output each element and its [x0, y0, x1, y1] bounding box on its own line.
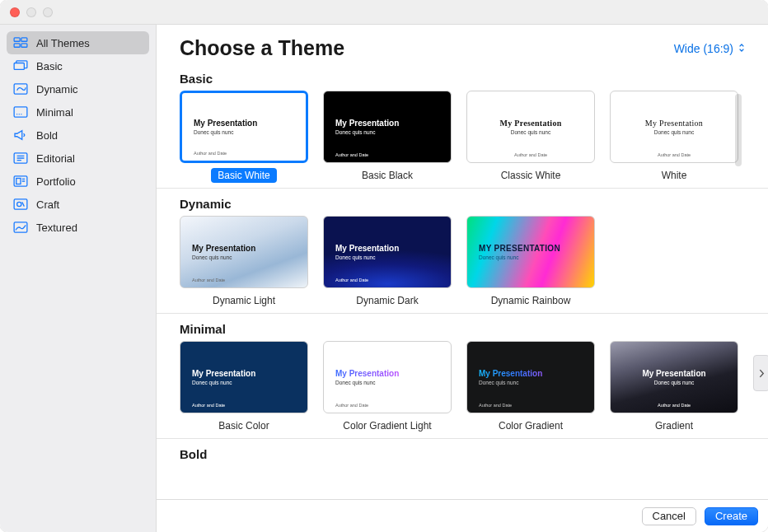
theme-label: White [655, 168, 694, 183]
theme-item-white[interactable]: My Presentation Donec quis nunc Author a… [610, 91, 738, 183]
theme-thumbnail: My Presentation Donec quis nunc Author a… [323, 216, 452, 288]
caption-icon [13, 105, 28, 119]
theme-item-basic-white[interactable]: My Presentation Donec quis nunc Author a… [180, 91, 308, 183]
sidebar-item-label: Basic [36, 60, 63, 72]
theme-item-classic-white[interactable]: My Presentation Donec quis nunc Author a… [466, 91, 595, 183]
thumb-title: My Presentation [192, 244, 296, 253]
thumb-title: My Presentation [335, 369, 439, 378]
thumb-title: My Presentation [622, 119, 726, 128]
svg-rect-0 [14, 38, 20, 41]
theme-scroll-area[interactable]: Basic My Presentation Donec quis nunc Au… [157, 63, 768, 499]
sidebar-item-editorial[interactable]: Editorial [7, 147, 149, 170]
section-dynamic: Dynamic My Presentation Donec quis nunc … [157, 189, 768, 313]
svg-point-19 [17, 202, 21, 206]
thumb-footer: Author and Date [479, 403, 512, 408]
sidebar-item-label: Craft [36, 198, 59, 211]
thumb-footer: Author and Date [194, 151, 227, 156]
thumb-footer: Author and Date [467, 152, 594, 157]
theme-row-minimal: My Presentation Donec quis nunc Author a… [180, 341, 745, 433]
theme-item-color-gradient[interactable]: My Presentation Donec quis nunc Author a… [466, 341, 595, 433]
theme-item-dynamic-light[interactable]: My Presentation Donec quis nunc Author a… [180, 216, 308, 308]
thumb-subtitle: Donec quis nunc [335, 254, 439, 260]
page-title: Choose a Theme [180, 36, 344, 60]
thumb-title: My Presentation [192, 369, 296, 378]
section-title: Bold [180, 447, 745, 461]
footer: Cancel Create [157, 499, 768, 532]
theme-row-basic: My Presentation Donec quis nunc Author a… [180, 91, 745, 183]
theme-item-basic-color[interactable]: My Presentation Donec quis nunc Author a… [180, 341, 308, 433]
sidebar-item-label: Editorial [36, 152, 75, 165]
window-minimize-button[interactable] [26, 7, 36, 17]
thumb-subtitle: Donec quis nunc [479, 129, 583, 135]
thumb-footer: Author and Date [192, 278, 225, 282]
sidebar-item-all-themes[interactable]: All Themes [7, 31, 149, 54]
sidebar-item-label: Bold [36, 129, 58, 142]
thumb-subtitle: Donec quis nunc [192, 380, 296, 385]
thumb-title: My Presentation [479, 369, 583, 378]
content-area: All Themes Basic Dynamic Minimal [0, 25, 768, 532]
scroll-right-button[interactable] [753, 355, 768, 391]
cancel-button[interactable]: Cancel [642, 507, 696, 525]
theme-label: Basic Black [355, 168, 419, 183]
window-close-button[interactable] [10, 7, 20, 17]
svg-rect-3 [21, 44, 27, 47]
horizontal-scrollbar-thumb[interactable] [735, 94, 742, 166]
svg-point-9 [21, 114, 21, 114]
thumb-footer: Author and Date [611, 403, 738, 408]
theme-thumbnail: My Presentation Donec quis nunc Author a… [610, 91, 738, 163]
sidebar-item-textured[interactable]: Textured [7, 216, 149, 239]
editorial-icon [13, 152, 28, 165]
svg-rect-15 [16, 179, 21, 184]
aspect-ratio-picker[interactable]: Wide (16:9) [674, 42, 745, 55]
sidebar-item-portfolio[interactable]: Portfolio [7, 170, 149, 193]
window-zoom-button[interactable] [43, 7, 53, 17]
theme-label: Classic White [494, 168, 568, 183]
theme-item-dynamic-rainbow[interactable]: MY PRESENTATION Donec quis nunc Dynamic … [466, 216, 595, 308]
section-bold: Bold [157, 439, 768, 461]
theme-item-gradient[interactable]: My Presentation Donec quis nunc Author a… [610, 341, 738, 433]
svg-rect-18 [14, 199, 27, 209]
chevron-updown-icon [738, 43, 745, 54]
sidebar-item-craft[interactable]: Craft [7, 193, 149, 216]
theme-item-color-gradient-light[interactable]: My Presentation Donec quis nunc Author a… [323, 341, 452, 433]
theme-label: Color Gradient Light [336, 418, 438, 433]
sidebar-item-label: All Themes [36, 37, 90, 49]
svg-rect-6 [14, 107, 27, 117]
theme-thumbnail: My Presentation Donec quis nunc Author a… [610, 341, 738, 413]
sidebar-item-label: Portfolio [36, 175, 76, 188]
thumb-subtitle: Donec quis nunc [335, 129, 439, 135]
theme-row-dynamic: My Presentation Donec quis nunc Author a… [180, 216, 745, 308]
sidebar-item-dynamic[interactable]: Dynamic [7, 77, 149, 100]
theme-label: Basic White [211, 168, 276, 183]
main: Choose a Theme Wide (16:9) Basic My Pr [157, 25, 768, 532]
theme-thumbnail: My Presentation Donec quis nunc Author a… [466, 341, 595, 413]
thumb-title: My Presentation [194, 119, 294, 128]
create-button[interactable]: Create [705, 507, 758, 525]
theme-item-dynamic-dark[interactable]: My Presentation Donec quis nunc Author a… [323, 216, 452, 308]
section-title: Minimal [180, 322, 745, 336]
section-minimal: Minimal My Presentation Donec quis nunc … [157, 314, 768, 438]
thumb-subtitle: Donec quis nunc [192, 254, 296, 260]
thumb-footer: Author and Date [335, 403, 368, 408]
button-label: Cancel [653, 510, 686, 522]
button-label: Create [715, 510, 747, 522]
theme-item-basic-black[interactable]: My Presentation Donec quis nunc Author a… [323, 91, 452, 183]
theme-thumbnail: My Presentation Donec quis nunc Author a… [323, 91, 452, 163]
theme-label: Dynamic Rainbow [485, 293, 578, 308]
sidebar-item-basic[interactable]: Basic [7, 54, 149, 77]
theme-thumbnail: My Presentation Donec quis nunc Author a… [180, 91, 308, 163]
thumb-subtitle: Donec quis nunc [622, 380, 726, 385]
thumb-title: My Presentation [335, 119, 439, 128]
sidebar-item-bold[interactable]: Bold [7, 124, 149, 147]
section-title: Dynamic [180, 197, 745, 211]
megaphone-icon [13, 128, 28, 142]
svg-rect-4 [14, 63, 24, 70]
textured-icon [13, 221, 28, 234]
thumb-subtitle: Donec quis nunc [479, 254, 583, 260]
sidebar-item-minimal[interactable]: Minimal [7, 100, 149, 124]
theme-thumbnail: My Presentation Donec quis nunc Author a… [323, 341, 452, 413]
thumb-title: My Presentation [622, 369, 726, 378]
thumb-title: My Presentation [335, 244, 439, 253]
sidebar: All Themes Basic Dynamic Minimal [0, 25, 157, 532]
thumb-footer: Author and Date [335, 278, 368, 282]
